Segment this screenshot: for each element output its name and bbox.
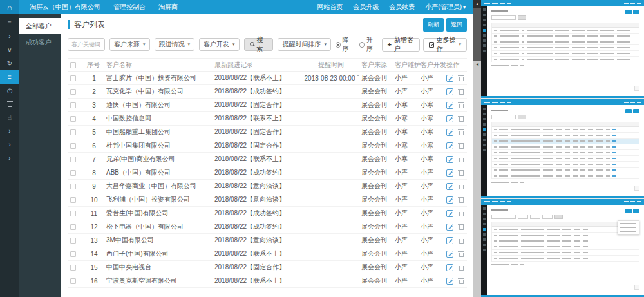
customer-list-icon[interactable]: ≡	[0, 70, 19, 84]
row-checkbox[interactable]	[70, 129, 76, 135]
row-checkbox[interactable]	[70, 197, 76, 203]
search-button[interactable]: 搜索	[244, 38, 274, 51]
nav-site-home[interactable]: 网站首页	[317, 3, 343, 12]
chevron-right-icon[interactable]: ›	[0, 138, 19, 151]
delete-button[interactable]	[458, 264, 464, 271]
follow-select[interactable]: 跟进情况▾	[155, 38, 195, 51]
chevron-right-icon[interactable]: ›	[0, 30, 19, 43]
row-checkbox[interactable]	[70, 75, 76, 81]
cell-keeper: 小严	[392, 72, 418, 85]
sidebar-item-success-customers[interactable]: 成功客户	[19, 34, 61, 50]
nav-shop[interactable]: 淘屏商	[158, 3, 178, 12]
history-icon[interactable]: ◷	[0, 84, 19, 97]
menu-icon[interactable]: ≡	[0, 16, 19, 30]
edit-button[interactable]	[446, 156, 453, 163]
trash-glyph	[7, 101, 13, 108]
nav-member-renew[interactable]: 会员续费	[389, 3, 415, 12]
mini-filter-row	[491, 115, 639, 119]
delete-button[interactable]	[458, 75, 464, 82]
edit-button[interactable]	[446, 251, 453, 258]
delete-button[interactable]	[458, 224, 464, 231]
chevron-down-icon[interactable]: ∨	[0, 43, 19, 57]
edit-button[interactable]	[446, 129, 453, 136]
row-checkbox[interactable]	[70, 265, 76, 271]
mini-cell	[521, 258, 544, 259]
delete-button[interactable]	[458, 115, 464, 122]
sort-select[interactable]: 提醒时间排序▾	[278, 38, 331, 51]
row-checkbox[interactable]	[70, 278, 76, 284]
row-checkbox[interactable]	[70, 143, 76, 149]
vertical-scrollbar[interactable]: ▲ ◂	[473, 0, 481, 297]
row-checkbox[interactable]	[70, 251, 76, 257]
edit-button[interactable]	[446, 169, 453, 177]
keyword-input[interactable]	[68, 38, 105, 51]
delete-button[interactable]	[458, 210, 464, 217]
mini-cell	[587, 47, 598, 48]
row-checkbox[interactable]	[70, 238, 76, 244]
mini-cell	[500, 35, 519, 37]
delete-button[interactable]	[458, 183, 464, 190]
preview-top[interactable]	[481, 0, 644, 98]
edit-button[interactable]	[446, 88, 453, 95]
edit-button[interactable]	[446, 196, 453, 204]
chevron-right-icon[interactable]: ›	[0, 124, 19, 138]
select-all-checkbox[interactable]	[70, 62, 76, 68]
row-checkbox[interactable]	[70, 184, 76, 189]
mini-rail-icon	[483, 39, 486, 42]
row-checkbox[interactable]	[70, 224, 76, 230]
nav-user-menu[interactable]: 小严(管理员)▾	[425, 3, 466, 12]
delete-button[interactable]	[458, 196, 464, 204]
sort-select-label: 提醒时间排序	[282, 40, 321, 49]
scroll-up-icon[interactable]: ▲	[473, 0, 481, 8]
preview-bottom[interactable]	[481, 199, 644, 297]
delete-button[interactable]	[458, 102, 464, 109]
delete-button[interactable]	[458, 169, 464, 177]
delete-button[interactable]	[458, 129, 464, 136]
refresh-icon[interactable]: ↻	[0, 57, 19, 70]
sidebar-item-all-customers[interactable]: 全部客户	[19, 18, 61, 34]
desc-radio[interactable]: 降序	[336, 35, 353, 53]
row-checkbox[interactable]	[70, 157, 76, 162]
edit-button[interactable]	[446, 142, 453, 149]
edit-button[interactable]	[446, 115, 453, 122]
edit-button[interactable]	[446, 237, 453, 244]
edit-button[interactable]	[446, 102, 453, 109]
nav-member-upgrade[interactable]: 会员升级	[353, 3, 379, 12]
delete-button[interactable]	[458, 278, 464, 285]
trash-icon[interactable]	[0, 97, 19, 111]
edit-button[interactable]	[446, 183, 453, 190]
refresh-button[interactable]: 刷新	[423, 18, 444, 32]
asc-radio[interactable]: 升序	[359, 35, 377, 53]
edit-button[interactable]	[446, 224, 453, 231]
edit-button[interactable]	[446, 210, 453, 217]
develop-select[interactable]: 客户开发▾	[199, 38, 240, 51]
collapse-panel-icon[interactable]: ◂	[473, 61, 481, 67]
source-select[interactable]: 客户来源▾	[109, 38, 150, 51]
thumbs-up-icon[interactable]: ☝	[0, 111, 19, 124]
nav-console[interactable]: 管理控制台	[113, 3, 146, 12]
chevron-right-icon[interactable]: ›	[0, 151, 19, 165]
more-actions-button[interactable]: 更多操作▾	[423, 38, 467, 52]
edit-button[interactable]	[446, 75, 453, 82]
delete-button[interactable]	[458, 251, 464, 258]
edit-button[interactable]	[446, 278, 453, 285]
mini-cell	[556, 129, 562, 130]
preview-middle[interactable]	[481, 99, 644, 197]
delete-button[interactable]	[458, 156, 464, 163]
row-checkbox[interactable]	[70, 211, 76, 216]
back-button[interactable]: 返回	[446, 18, 467, 32]
mini-cell	[573, 164, 578, 165]
nav-company[interactable]: 淘屏云（中国）有限公司	[30, 3, 100, 12]
home-icon[interactable]: ⌂	[0, 0, 19, 14]
delete-button[interactable]	[458, 237, 464, 244]
scrollbar-thumb[interactable]	[473, 8, 481, 61]
edit-button[interactable]	[446, 264, 453, 271]
add-customer-button[interactable]: +新增客户	[382, 38, 421, 52]
row-checkbox[interactable]	[70, 170, 76, 176]
delete-button[interactable]	[458, 88, 464, 95]
mini-pager-item	[491, 264, 509, 265]
delete-button[interactable]	[458, 142, 464, 149]
row-checkbox[interactable]	[70, 89, 76, 95]
row-checkbox[interactable]	[70, 102, 76, 108]
row-checkbox[interactable]	[70, 116, 76, 122]
